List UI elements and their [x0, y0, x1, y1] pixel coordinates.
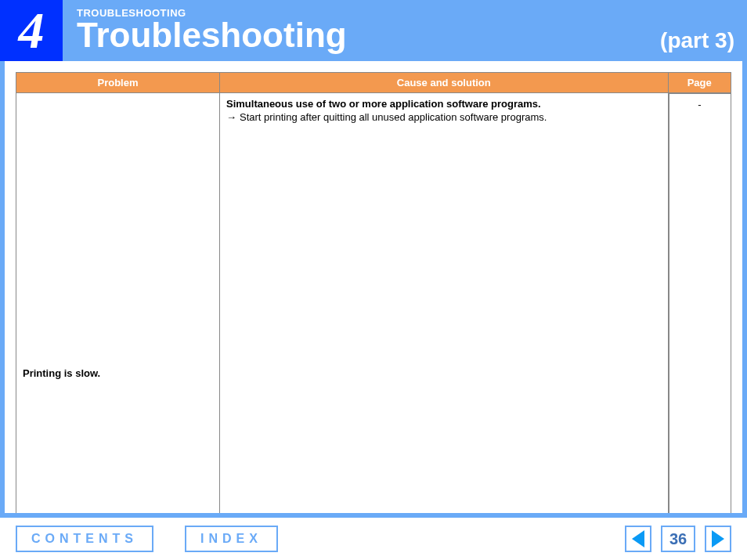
troubleshooting-table: Problem Cause and solution Page Printing… [16, 72, 731, 513]
contents-button[interactable]: CONTENTS [16, 526, 153, 552]
col-cause: Cause and solution [220, 73, 669, 93]
arrow-icon: → [226, 111, 240, 123]
content-area: Problem Cause and solution Page Printing… [0, 61, 747, 513]
solution-text: Start printing after quitting all unused… [240, 111, 662, 123]
page-number: 36 [661, 526, 695, 552]
solution-line: →Start printing after quitting all unuse… [226, 111, 662, 123]
manual-page: 4 TROUBLESHOOTING Troubleshooting (part … [0, 0, 747, 560]
problem-cell: Printing is slow. [16, 93, 220, 514]
next-page-button[interactable] [705, 526, 731, 552]
page-ref-cell: - [669, 93, 731, 513]
part-label: (part 3) [660, 0, 747, 61]
page-title: Troubleshooting [77, 16, 660, 55]
header-titles: TROUBLESHOOTING Troubleshooting [63, 0, 660, 61]
prev-page-button[interactable] [625, 526, 651, 552]
table-row: Printing is slow.Simultaneous use of two… [16, 93, 731, 514]
col-problem: Problem [16, 73, 220, 93]
index-button[interactable]: INDEX [185, 526, 278, 552]
triangle-right-icon [712, 530, 724, 547]
page-header: 4 TROUBLESHOOTING Troubleshooting (part … [0, 0, 747, 61]
triangle-left-icon [632, 530, 644, 547]
page-footer: CONTENTS INDEX 36 [0, 513, 747, 560]
cause-text: Simultaneous use of two or more applicat… [226, 98, 662, 110]
chapter-number: 4 [0, 0, 63, 61]
col-page: Page [668, 73, 731, 93]
page-nav: 36 [625, 526, 731, 552]
cause-solution-cell: Simultaneous use of two or more applicat… [220, 93, 669, 514]
